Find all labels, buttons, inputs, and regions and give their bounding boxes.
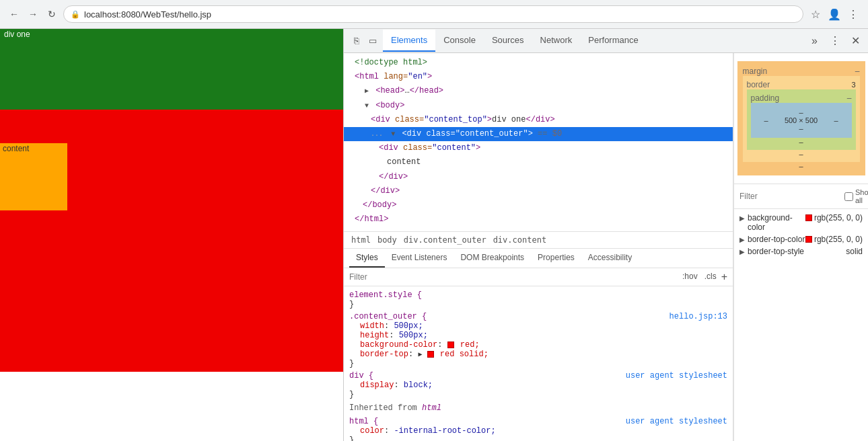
computed-color-swatch[interactable] <box>805 214 812 221</box>
dom-line-close-html[interactable]: </html> <box>344 212 733 227</box>
dom-line-close-div2[interactable]: </div> <box>344 184 733 198</box>
computed-item-background-color[interactable]: ▶ background-color rgb(255, 0, 0) <box>734 212 868 233</box>
content-size-label: 500 × 500 <box>785 116 818 124</box>
style-prop-color: color: -internal-root-color; <box>349 426 727 436</box>
tab-elements[interactable]: Elements <box>383 30 435 52</box>
computed-prop-name: background-color <box>748 213 805 232</box>
filter-add-button[interactable]: + <box>721 271 727 283</box>
dom-tree[interactable]: <!doctype html> <html lang="en"> ▶ <head… <box>344 53 733 231</box>
content-inner: content <box>0 143 67 210</box>
back-button[interactable]: ← <box>7 7 22 22</box>
computed-expand-icon: ▶ <box>739 214 745 222</box>
filter-buttons: :hov .cls + <box>680 271 727 283</box>
tab-console[interactable]: Console <box>435 30 484 52</box>
border-expand-icon[interactable]: ▶ <box>418 351 422 358</box>
styles-filter-row: :hov .cls + <box>344 268 733 286</box>
div-one-label: div one <box>0 29 34 42</box>
computed-filter-row: Show all <box>734 184 868 209</box>
style-prop-width: width: 500px; <box>349 321 727 331</box>
inherited-from-section: Inherited from html <box>344 401 733 415</box>
style-source-link[interactable]: hello.jsp:13 <box>670 312 727 321</box>
breadcrumb-content-outer[interactable]: div.content_outer <box>402 235 489 245</box>
box-content-size: – – 500 × 500 – – <box>751 103 852 138</box>
style-source-html-ua: user agent stylesheet <box>626 417 727 426</box>
dom-line-content-text[interactable]: content <box>344 155 733 169</box>
tab-styles[interactable]: Styles <box>349 249 385 268</box>
computed-prop-name-3: border-top-style <box>748 247 846 256</box>
dom-line-html[interactable]: <html lang="en"> <box>344 70 733 84</box>
refresh-button[interactable]: ↻ <box>44 7 59 22</box>
styles-panel: :hov .cls + element.style { } <box>344 268 733 441</box>
margin-label: margin <box>743 67 768 76</box>
menu-button[interactable]: ⋮ <box>845 6 861 22</box>
tab-event-listeners[interactable]: Event Listeners <box>385 249 454 268</box>
style-prop-display: display: block; <box>349 380 727 390</box>
forward-button[interactable]: → <box>26 7 40 22</box>
tab-accessibility[interactable]: Accessibility <box>581 249 639 268</box>
computed-color-swatch-2[interactable] <box>805 236 812 243</box>
computed-item-border-top-style[interactable]: ▶ border-top-style solid <box>734 245 868 257</box>
computed-filter-input[interactable] <box>739 192 840 201</box>
border-color-swatch[interactable] <box>427 351 434 358</box>
style-prop-background-color: background-color: red; <box>349 340 727 350</box>
computed-item-border-top-color[interactable]: ▶ border-top-color rgb(255, 0, 0) <box>734 233 868 245</box>
bookmark-button[interactable]: ☆ <box>807 6 824 22</box>
browser-titlebar: ← → ↻ 🔒 localhost:8080/WebTest/hello.jsp… <box>0 0 868 28</box>
dom-line-content-outer[interactable]: ... ▼ <div class="content_outer"> == $0 <box>344 127 733 141</box>
styles-tabs: Styles Event Listeners DOM Breakpoints P… <box>344 249 733 268</box>
box-model-panel: margin – border 3 padding <box>733 53 868 441</box>
url-text: localhost:8080/WebTest/hello.jsp <box>84 9 211 19</box>
styles-filter-input[interactable] <box>349 272 680 282</box>
filter-cls-button[interactable]: .cls <box>702 271 719 283</box>
style-rule-content-outer: .content_outer { hello.jsp:13 width: 500… <box>344 311 733 370</box>
dom-breadcrumb: html body div.content_outer div.content <box>344 231 733 249</box>
devtools-content: <!doctype html> <html lang="en"> ▶ <head… <box>344 53 868 441</box>
dom-panel: <!doctype html> <html lang="en"> ▶ <head… <box>344 53 733 441</box>
computed-expand-icon-2: ▶ <box>739 236 745 243</box>
breadcrumb-content[interactable]: div.content <box>491 235 548 245</box>
box-margin: margin – border 3 padding <box>737 61 865 175</box>
style-prop-border-top: border-top: ▶ red solid; <box>349 350 727 359</box>
inspect-icon[interactable]: ⎘ <box>349 34 364 48</box>
devtools-menu-button[interactable]: ⋮ <box>824 32 846 50</box>
computed-expand-icon-3: ▶ <box>739 248 745 255</box>
box-border: border 3 padding – – <box>743 76 860 162</box>
device-icon[interactable]: ▭ <box>365 34 380 48</box>
dom-line-content-top[interactable]: <div class="content_top">div one</div> <box>344 113 733 127</box>
more-tabs-button[interactable]: » <box>806 32 823 50</box>
browser-chrome: ← → ↻ 🔒 localhost:8080/WebTest/hello.jsp… <box>0 0 868 29</box>
devtools-close-button[interactable]: ✕ <box>846 32 865 50</box>
tab-network[interactable]: Network <box>532 30 581 52</box>
style-rule-html: html { user agent stylesheet color: -int… <box>344 415 733 441</box>
computed-prop-val-2: rgb(255, 0, 0) <box>805 235 863 244</box>
show-all-checkbox-row: Show all <box>844 188 868 204</box>
dom-line-close-div1[interactable]: </div> <box>344 170 733 184</box>
border-label: border <box>747 80 770 89</box>
dom-line-close-body[interactable]: </body> <box>344 198 733 212</box>
dom-line-body[interactable]: ▼ <body> <box>344 99 733 113</box>
box-padding: padding – – – 500 × 500 – <box>747 89 856 150</box>
profile-button[interactable]: 👤 <box>826 6 842 22</box>
devtools-icons-left: ⎘ ▭ <box>347 32 383 50</box>
show-all-checkbox[interactable] <box>844 192 853 201</box>
tab-properties[interactable]: Properties <box>531 249 581 268</box>
bg-color-swatch[interactable] <box>447 342 454 348</box>
breadcrumb-body[interactable]: body <box>375 235 399 245</box>
padding-label: padding <box>751 93 780 103</box>
lock-icon: 🔒 <box>71 10 80 19</box>
dom-line-head[interactable]: ▶ <head>…</head> <box>344 84 733 98</box>
webpage-preview: div one content <box>0 29 343 441</box>
address-bar: 🔒 localhost:8080/WebTest/hello.jsp <box>63 5 803 23</box>
filter-hov-button[interactable]: :hov <box>680 271 700 283</box>
breadcrumb-html[interactable]: html <box>349 235 373 245</box>
tab-sources[interactable]: Sources <box>484 30 532 52</box>
inherited-html-link[interactable]: html <box>422 403 441 413</box>
dom-line-content[interactable]: <div class="content"> <box>344 141 733 155</box>
tab-performance[interactable]: Performance <box>580 30 646 52</box>
div-one: div one <box>0 29 343 110</box>
computed-list: ▶ background-color rgb(255, 0, 0) ▶ bord… <box>734 209 868 441</box>
devtools-panel: ⎘ ▭ Elements Console Sources Network Per… <box>343 29 868 441</box>
tab-dom-breakpoints[interactable]: DOM Breakpoints <box>454 249 531 268</box>
computed-prop-name-2: border-top-color <box>748 235 805 244</box>
dom-line-doctype[interactable]: <!doctype html> <box>344 56 733 70</box>
